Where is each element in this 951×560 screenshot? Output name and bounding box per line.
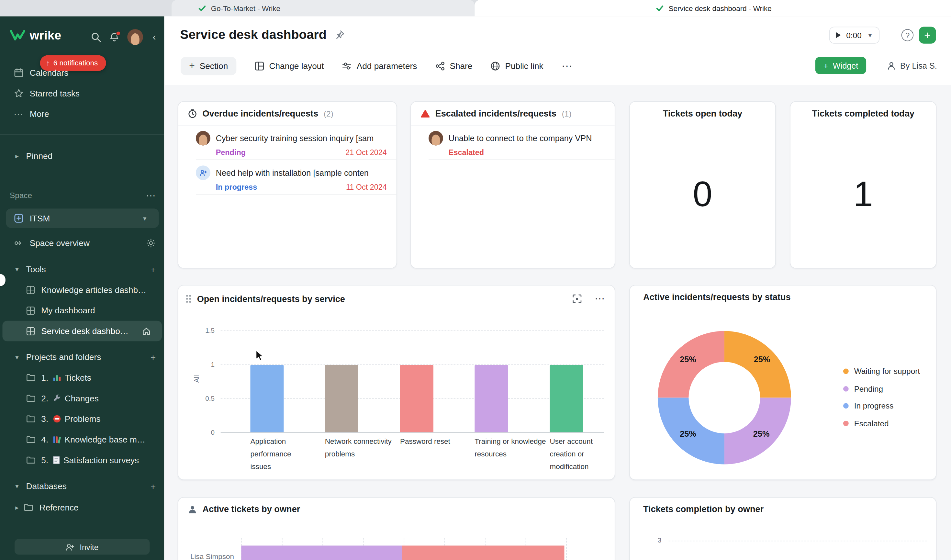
list-item[interactable]: Unable to connect to the company VPN Esc… [429,126,615,160]
widget-header[interactable]: Tickets completed today [791,102,936,125]
widget-header[interactable]: Open incidents/requests by service ⋯ [179,286,615,312]
add-project-icon[interactable]: + [151,352,156,362]
widget-menu-icon[interactable]: ⋯ [595,292,605,305]
widget-header[interactable]: Tickets open today [630,102,775,125]
projects-label: Projects and folders [26,352,101,362]
chevron-down-icon[interactable]: ▾ [866,31,874,39]
bell-icon[interactable] [109,32,120,42]
help-button[interactable]: ? [902,29,914,41]
status-badge: Escalated [449,149,484,157]
sidebar-item-satisfaction-surveys[interactable]: 5. Satisfaction surveys [0,450,165,471]
widget-tickets-open-today: Tickets open today 0 [629,101,776,269]
tab-title: Service desk dashboard - Wrike [669,4,772,12]
x-label: Network connectivity problems [325,435,402,461]
change-layout-button[interactable]: Change layout [255,61,324,71]
sidebar-item-label: Changes [65,393,99,403]
invite-button[interactable]: Invite [15,539,150,555]
bar-user-account[interactable] [550,365,583,432]
bar-password-reset[interactable] [400,365,433,432]
sidebar-item-label: Problems [65,414,101,424]
sidebar-item-my-dashboard[interactable]: My dashboard [0,300,165,321]
widget-overdue-incidents: Overdue incidents/requests (2) Cyber sec… [178,101,397,269]
space-selector[interactable]: ITSM ▾ [6,208,159,228]
plus-icon: + [189,60,194,72]
ellipsis-icon: ⋯ [13,108,24,120]
browser-tab-service-desk[interactable]: Service desk dashboard - Wrike [474,0,951,17]
add-tool-icon[interactable]: + [151,264,156,274]
star-icon [13,88,24,99]
sidebar-item-changes[interactable]: 2. Changes [0,388,165,409]
add-section-button[interactable]: + Section [181,57,236,75]
sidebar-item-tickets[interactable]: 1. Tickets [0,368,165,388]
wrike-logo[interactable]: wrike [10,28,61,42]
plus-icon: + [823,60,828,71]
list-item[interactable]: Need help with installation [sample cont… [196,160,397,195]
timer-control[interactable]: 0:00 ▾ [829,26,880,43]
gear-icon[interactable] [146,238,156,248]
sidebar-item-calendars[interactable]: Calendars [0,63,165,83]
widget-tickets-completed-today: Tickets completed today 1 [790,101,936,269]
y-axis-label: All [193,375,200,383]
sidebar-item-space-overview[interactable]: Space overview [0,233,165,254]
home-icon[interactable] [142,326,151,335]
search-icon[interactable] [91,32,101,42]
sidebar-item-knowledge-articles-dashboard[interactable]: Knowledge articles dashb… [0,279,165,300]
x-axis-line [221,432,604,433]
gridline [566,538,567,560]
owner-bar-segment[interactable] [402,545,565,560]
sidebar-item-reference[interactable]: ▸ Reference [0,497,165,518]
bar-chart-emoji-icon [52,374,61,382]
sidebar-item-knowledge-base[interactable]: 4. Knowledge base m… [0,429,165,450]
bar-training-knowledge[interactable] [474,365,508,432]
owner-bar-segment[interactable] [241,545,402,560]
dashboard-grid-icon [26,305,36,315]
pinned-label: Pinned [26,151,53,160]
screen: Go-To-Market - Wrike Service desk dashbo… [0,0,951,560]
drag-handle-icon[interactable] [185,294,192,303]
y-tick: 1.5 [194,327,215,334]
widget-header[interactable]: Escalated incidents/requests (1) [411,102,615,126]
list-item[interactable]: Cyber security training session inquiry … [196,126,397,160]
add-database-icon[interactable]: + [151,481,156,491]
focus-icon[interactable] [572,294,582,303]
sidebar-item-starred-tasks[interactable]: Starred tasks [0,83,165,104]
sidebar-item-service-desk-dashboard[interactable]: Service desk dashbo… [2,321,162,342]
sidebar-item-more[interactable]: ⋯ More [0,103,165,124]
toolbar-more-button[interactable]: ⋯ [562,60,572,73]
collapse-sidebar-icon[interactable]: ‹ [151,31,158,42]
widget-title: Overdue incidents/requests [202,108,318,118]
person-icon [188,505,197,514]
layout-icon [255,61,265,71]
add-parameters-button[interactable]: Add parameters [342,61,417,71]
item-number: 4. [41,435,48,445]
widget-header[interactable]: Active tickets by owner [179,497,615,520]
legend-item: In progress [843,401,894,411]
share-button[interactable]: Share [435,61,472,71]
byline-label: By Lisa S. [900,61,937,70]
sidebar-item-problems[interactable]: 3. Problems [0,409,165,429]
chevron-down-icon: ▾ [13,481,20,492]
donut-chart[interactable]: 25% 25% 25% 25% [658,331,791,464]
public-link-button[interactable]: Public link [491,61,543,71]
dashboard-title: Service desk dashboard [180,27,326,42]
sidebar-section-pinned[interactable]: ▸ Pinned [0,145,165,166]
pin-icon[interactable] [334,29,345,40]
byline[interactable]: By Lisa S. [887,57,937,74]
browser-tab-go-to-market[interactable]: Go-To-Market - Wrike [172,0,474,17]
chevron-down-icon: ▾ [13,264,20,275]
add-button[interactable]: + [919,26,936,43]
sidebar-section-projects[interactable]: ▾ Projects and folders + [0,347,165,368]
user-avatar[interactable] [127,29,143,45]
sidebar-section-tools[interactable]: ▾ Tools + [0,259,165,280]
bar-network-connectivity[interactable] [325,365,359,432]
widget-header[interactable]: Active incidents/requests by status [630,286,936,308]
widget-header[interactable]: Tickets completion by owner [630,497,936,520]
space-menu-icon[interactable]: ⋯ [146,189,156,201]
wrench-emoji-icon [52,394,61,402]
item-number: 2. [41,393,48,403]
play-icon[interactable] [836,31,842,38]
sidebar-section-databases[interactable]: ▾ Databases + [0,476,165,497]
bar-application-performance[interactable] [250,365,283,432]
add-widget-button[interactable]: + Widget [816,57,866,74]
widget-header[interactable]: Overdue incidents/requests (2) [179,102,397,126]
